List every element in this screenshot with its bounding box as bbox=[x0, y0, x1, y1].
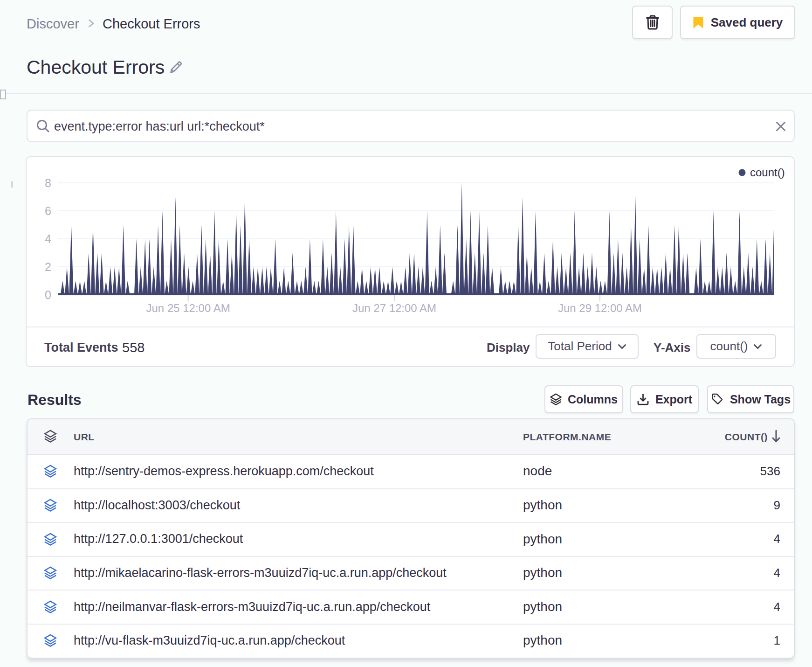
svg-text:Jun 25 12:00 AM: Jun 25 12:00 AM bbox=[146, 302, 230, 314]
svg-text:6: 6 bbox=[45, 204, 51, 217]
svg-text:4: 4 bbox=[45, 232, 51, 245]
svg-text:count(): count() bbox=[750, 166, 785, 179]
svg-text:0: 0 bbox=[45, 288, 51, 301]
svg-text:Jun 27 12:00 AM: Jun 27 12:00 AM bbox=[352, 302, 436, 314]
svg-text:2: 2 bbox=[45, 260, 51, 273]
svg-text:Jun 29 12:00 AM: Jun 29 12:00 AM bbox=[558, 302, 642, 314]
svg-text:8: 8 bbox=[45, 176, 51, 189]
